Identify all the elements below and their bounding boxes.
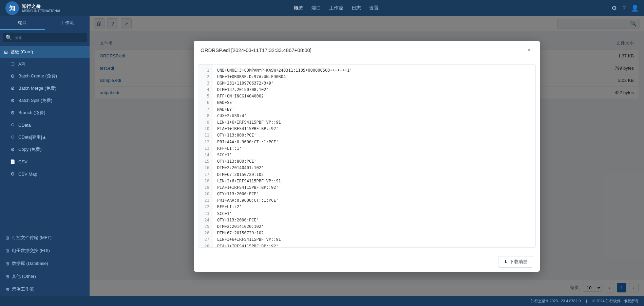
content-area: 🗑 ? ↗ 🔍 文件名 文件大小 — [90, 16, 644, 296]
batch-merge-icon: ⚙ — [10, 85, 16, 91]
build-info: 知行之桥® 2023 · 23.4.8782.0 — [531, 299, 581, 304]
modal-overlay: ORDRSP.edi [2024-03-11T17:32:33.4867+08:… — [90, 16, 644, 296]
logo-sub: AISINO INTERNATIONAL — [22, 9, 61, 13]
example-workflow-icon: ⊞ — [5, 287, 9, 292]
sidebar-divider — [0, 183, 90, 183]
sidebar: 端口 工作流 🔍 ⊞ 基础 (Core) ⬡ API ⚙ Batch Creat… — [0, 16, 90, 296]
csv-map-icon: ⚙ — [10, 171, 16, 177]
other-icon: ⊞ — [5, 274, 9, 279]
sidebar-item-cdata-label: CData — [18, 123, 31, 128]
sidebar-item-edi[interactable]: ⊞ 电子数据交换 (EDI) — [0, 244, 90, 257]
line-number: 19 — [198, 184, 213, 191]
nav-item-log[interactable]: 日志 — [352, 5, 361, 11]
sidebar-tabs: 端口 工作流 — [0, 16, 90, 30]
modal-title: ORDRSP.edi [2024-03-11T17:32:33.4867+08:… — [201, 47, 311, 53]
sidebar-item-batch-create[interactable]: ⚙ Batch Create (免费) — [0, 70, 90, 82]
sidebar-item-edi-label: 电子数据交换 (EDI) — [12, 248, 50, 254]
line-number: 1 — [198, 67, 213, 74]
nav-item-settings[interactable]: 设置 — [369, 5, 379, 11]
line-number: 7 — [198, 106, 213, 113]
sidebar-item-other[interactable]: ⊞ 其他 (Other) — [0, 270, 90, 283]
line-number: 8 — [198, 113, 213, 119]
sidebar-item-batch-create-label: Batch Create (免费) — [18, 73, 57, 79]
sidebar-item-copy[interactable]: ⚙ Copy (免费) — [0, 143, 90, 156]
line-number: 6 — [198, 100, 213, 106]
sidebar-item-csv-map-label: CSV Map — [18, 172, 37, 177]
download-message-button[interactable]: ⬇ 下载消息 — [498, 256, 533, 268]
line-number: 5 — [198, 93, 213, 100]
top-bar: 知 知行之桥 AISINO INTERNATIONAL 概览 端口 工作流 日志… — [0, 0, 644, 16]
logo-area: 知 知行之桥 AISINO INTERNATIONAL — [5, 1, 61, 15]
search-box: 🔍 — [3, 33, 87, 42]
line-number: 3 — [198, 80, 213, 87]
line-number: 9 — [198, 119, 213, 126]
line-number: 12 — [198, 139, 213, 145]
branch-icon: ⚙ — [10, 110, 16, 116]
sidebar-item-branch-label: Branch (免费) — [18, 110, 45, 116]
search-icon: 🔍 — [5, 34, 12, 41]
line-numbers: 1234567891011121314151617181920212223242… — [198, 65, 213, 247]
main-layout: 端口 工作流 🔍 ⊞ 基础 (Core) ⬡ API ⚙ Batch Creat… — [0, 16, 644, 296]
sidebar-item-copy-label: Copy (免费) — [18, 146, 42, 152]
line-number: 28 — [198, 243, 213, 248]
line-number: 23 — [198, 211, 213, 217]
gear-icon[interactable]: ⚙ — [611, 4, 617, 12]
download-icon: ⬇ — [504, 259, 508, 264]
sidebar-item-batch-merge-label: Batch Merge (免费) — [18, 85, 56, 91]
batch-split-icon: ⚙ — [10, 97, 16, 104]
sidebar-item-api[interactable]: ⬡ API — [0, 58, 90, 70]
sidebar-item-cdata[interactable]: C CData — [0, 119, 90, 131]
line-number: 22 — [198, 204, 213, 210]
sidebar-item-cdata-deprecated[interactable]: C CData[弃用]▲ — [0, 131, 90, 143]
nav-item-workflow[interactable]: 工作流 — [329, 5, 343, 11]
sidebar-item-mft[interactable]: ⊞ 可控文件传输 (MFT) — [0, 231, 90, 244]
file-preview-modal: ORDRSP.edi [2024-03-11T17:32:33.4867+08:… — [194, 41, 540, 272]
line-number: 17 — [198, 172, 213, 178]
core-section-label: 基础 (Core) — [11, 49, 33, 55]
sidebar-item-csv[interactable]: 📄 CSV — [0, 156, 90, 168]
cdata-deprecated-icon: C — [10, 134, 16, 140]
sidebar-item-batch-split-label: Batch Split (免费) — [18, 97, 52, 104]
sidebar-item-branch[interactable]: ⚙ Branch (免费) — [0, 107, 90, 119]
sidebar-item-batch-merge[interactable]: ⚙ Batch Merge (免费) — [0, 82, 90, 94]
sidebar-tab-workflow[interactable]: 工作流 — [45, 16, 90, 30]
line-number: 2 — [198, 74, 213, 80]
nav-item-overview[interactable]: 概览 — [294, 5, 303, 11]
line-number: 20 — [198, 191, 213, 197]
line-number: 24 — [198, 217, 213, 223]
line-number: 15 — [198, 158, 213, 165]
copy-icon: ⚙ — [10, 146, 16, 152]
logo-text: 知行之桥 — [22, 3, 61, 9]
user-icon[interactable]: 👤 — [631, 4, 639, 12]
code-content: UNB+UNOE:3+COMPANYP+KASW+240311:1135+000… — [213, 65, 535, 247]
modal-header: ORDRSP.edi [2024-03-11T17:32:33.4867+08:… — [194, 41, 540, 60]
sidebar-item-database[interactable]: ⊞ 数据库 (Database) — [0, 257, 90, 270]
download-label: 下载消息 — [510, 259, 527, 265]
line-number: 16 — [198, 165, 213, 171]
sidebar-section-core-header[interactable]: ⊞ 基础 (Core) — [0, 46, 90, 58]
footer: 知行之桥® 2023 · 23.4.8782.0 | © 2024 知行软件 ·… — [0, 296, 644, 306]
logo-icon: 知 — [5, 1, 19, 15]
sidebar-item-csv-label: CSV — [18, 159, 27, 164]
sidebar-item-example-workflow-label: 示例工作流 — [12, 286, 34, 292]
line-number: 21 — [198, 197, 213, 204]
line-number: 10 — [198, 126, 213, 132]
code-viewer[interactable]: 1234567891011121314151617181920212223242… — [198, 64, 536, 248]
mft-icon: ⊞ — [5, 235, 9, 240]
sidebar-item-example-workflow[interactable]: ⊞ 示例工作流 — [0, 283, 90, 296]
line-number: 26 — [198, 230, 213, 236]
sidebar-item-other-label: 其他 (Other) — [12, 273, 36, 280]
line-number: 18 — [198, 178, 213, 184]
help-icon[interactable]: ? — [622, 5, 626, 12]
sidebar-tab-port[interactable]: 端口 — [0, 16, 45, 30]
edi-icon: ⊞ — [5, 248, 9, 253]
nav-item-port[interactable]: 端口 — [311, 5, 321, 11]
sidebar-item-api-label: API — [18, 61, 25, 67]
sidebar-item-batch-split[interactable]: ⚙ Batch Split (免费) — [0, 94, 90, 107]
top-nav: 概览 端口 工作流 日志 设置 — [61, 5, 611, 11]
modal-close-button[interactable]: × — [525, 46, 533, 54]
modal-body: 1234567891011121314151617181920212223242… — [194, 60, 540, 252]
top-bar-icons: ⚙ ? 👤 — [611, 4, 639, 12]
search-input[interactable] — [14, 35, 84, 40]
sidebar-item-csv-map[interactable]: ⚙ CSV Map — [0, 168, 90, 180]
